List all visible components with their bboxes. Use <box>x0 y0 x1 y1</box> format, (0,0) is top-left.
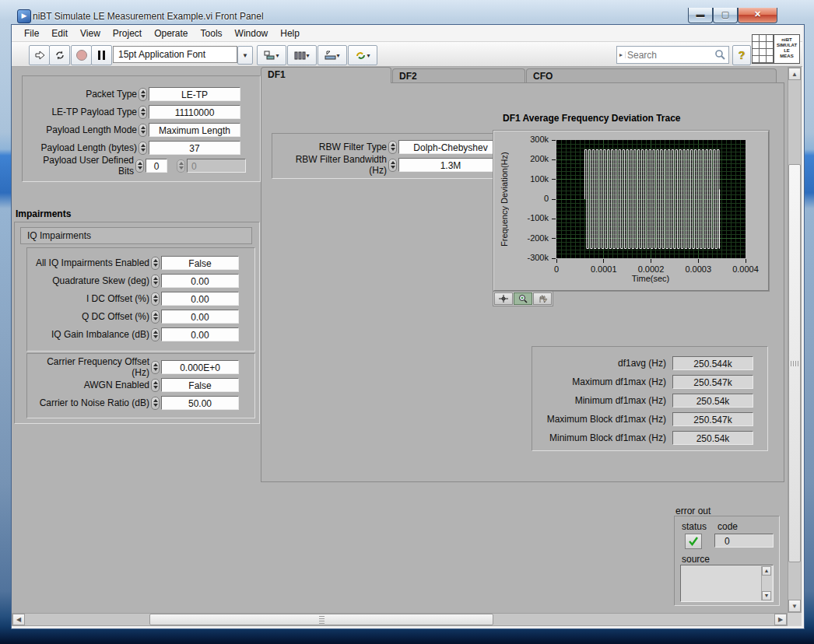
cursor-tool-button[interactable] <box>494 292 513 305</box>
error-code-value: 0 <box>714 534 774 548</box>
chart-plot-area[interactable] <box>556 140 746 258</box>
resize-objects-button[interactable]: ▾ <box>318 45 347 65</box>
spin-up-icon <box>153 313 158 316</box>
spin-down-icon <box>138 166 142 170</box>
rbw-control-value[interactable]: 1.3M <box>398 158 503 172</box>
carrier-impairment-value[interactable]: 50.00 <box>161 396 239 410</box>
increment-decrement-spinner[interactable] <box>151 328 160 341</box>
run-continuously-button[interactable] <box>49 45 70 65</box>
y-tick-label: -200k <box>513 233 549 243</box>
iq-impairment-value[interactable]: 0.00 <box>161 327 239 341</box>
vi-icon[interactable]: niBTSIMULATLEMEAS <box>752 34 800 64</box>
source-scrollbar[interactable]: ▲ ▼ <box>761 566 772 600</box>
menu-item-tools[interactable]: Tools <box>195 26 229 40</box>
minimize-icon: ▬ <box>696 9 705 19</box>
vertical-scrollbar[interactable]: ▲ ▼ <box>788 67 802 613</box>
increment-decrement-spinner[interactable] <box>388 141 397 154</box>
carrier-impairment-value[interactable]: 0.000E+0 <box>161 360 239 374</box>
increment-decrement-spinner[interactable] <box>139 142 147 155</box>
packet-control-label: LE-TP Payload Type <box>25 107 137 117</box>
increment-decrement-spinner[interactable] <box>135 159 144 173</box>
spin-up-icon <box>153 399 158 402</box>
pan-tool-button[interactable] <box>533 292 552 305</box>
y-tick-label: 0 <box>513 194 549 203</box>
tab-cfo[interactable]: CFO <box>526 68 777 82</box>
x-tick-label: 0.0002 <box>631 264 672 274</box>
increment-decrement-spinner[interactable] <box>151 275 160 288</box>
minimize-button[interactable]: ▬ <box>688 8 713 23</box>
menu-item-help[interactable]: Help <box>274 26 306 40</box>
increment-decrement-spinner[interactable] <box>151 397 160 410</box>
menu-item-project[interactable]: Project <box>107 26 148 40</box>
packet-control-label: Payload Length Mode <box>25 124 137 135</box>
increment-decrement-spinner[interactable] <box>151 292 160 306</box>
horizontal-scroll-thumb[interactable] <box>149 614 493 625</box>
scroll-left-button[interactable]: ◀ <box>12 614 25 625</box>
search-icon <box>714 49 726 61</box>
increment-decrement-spinner[interactable] <box>139 88 147 101</box>
scroll-up-icon[interactable]: ▲ <box>762 566 771 576</box>
maximize-button[interactable]: ▢ <box>713 8 738 23</box>
search-input[interactable] <box>626 49 714 61</box>
result-row: Maximum df1max (Hz)250.547k <box>537 374 753 390</box>
spin-down-icon <box>141 113 146 116</box>
increment-decrement-spinner[interactable] <box>139 106 147 119</box>
packet-control-value[interactable]: Maximum Length <box>149 123 240 137</box>
scrollbar-corner <box>788 613 802 626</box>
increment-decrement-spinner[interactable] <box>151 361 160 374</box>
scroll-up-button[interactable]: ▲ <box>788 68 801 80</box>
align-objects-button[interactable]: ▾ <box>257 45 286 65</box>
carrier-impairments-group: Carrier Frequency Offset (Hz)0.000E+0AWG… <box>26 353 255 418</box>
carrier-impairment-row: Carrier to Noise Ratio (dB)50.00 <box>31 395 239 411</box>
increment-decrement-spinner[interactable] <box>139 124 147 137</box>
font-selector-dropdown[interactable]: ▼ <box>237 46 253 65</box>
abort-button[interactable] <box>71 45 92 65</box>
close-button[interactable]: ✕ <box>738 8 777 23</box>
vi-icon-text-line: niBT <box>774 37 799 43</box>
payload-user-bits-value[interactable]: 0 <box>146 159 167 173</box>
search-history-icon[interactable]: ▸ <box>617 51 626 58</box>
packet-control-value[interactable]: LE-TP <box>149 87 240 101</box>
menu-item-view[interactable]: View <box>74 26 107 40</box>
scroll-down-icon[interactable]: ▼ <box>762 591 771 600</box>
context-help-button[interactable]: ? <box>732 45 751 65</box>
iq-impairment-label: Quadrature Skew (deg) <box>31 275 149 286</box>
result-label: Minimum Block df1max (Hz) <box>537 432 666 443</box>
pause-button[interactable] <box>91 45 112 65</box>
error-status-led <box>685 534 702 549</box>
iq-impairment-value[interactable]: 0.00 <box>161 310 239 324</box>
zoom-tool-button[interactable] <box>514 292 532 305</box>
thumb-grip <box>319 616 325 624</box>
distribute-objects-button[interactable]: ▾ <box>287 45 317 65</box>
iq-impairment-row: Q DC Offset (%)0.00 <box>31 309 239 324</box>
scroll-right-button[interactable]: ▶ <box>774 614 787 625</box>
increment-decrement-spinner[interactable] <box>151 310 160 324</box>
rbw-control-value[interactable]: Dolph-Chebyshev <box>398 140 503 154</box>
increment-decrement-spinner[interactable] <box>151 379 160 392</box>
tab-df1[interactable]: DF1 <box>261 67 391 83</box>
packet-control-value[interactable]: 11110000 <box>149 105 240 119</box>
iq-impairment-value[interactable]: 0.00 <box>161 274 239 288</box>
result-value: 250.547k <box>672 375 753 389</box>
menu-item-file[interactable]: File <box>18 26 45 40</box>
increment-decrement-spinner[interactable] <box>151 257 160 270</box>
increment-decrement-spinner[interactable] <box>388 159 397 172</box>
font-selector[interactable]: 15pt Application Font <box>113 46 237 63</box>
iq-impairment-value[interactable]: 0.00 <box>161 292 239 306</box>
packet-control-value[interactable]: 37 <box>149 141 240 155</box>
run-button[interactable] <box>29 45 50 65</box>
iq-impairments-header[interactable]: IQ Impairments <box>20 227 252 244</box>
y-tick-label: -300k <box>513 253 549 262</box>
scroll-down-button[interactable]: ▼ <box>788 600 801 612</box>
tab-df2[interactable]: DF2 <box>392 68 525 82</box>
menu-item-operate[interactable]: Operate <box>148 26 194 40</box>
reorder-objects-button[interactable]: ▾ <box>348 45 377 65</box>
menu-item-edit[interactable]: Edit <box>45 26 74 40</box>
carrier-impairment-value[interactable]: False <box>161 378 239 392</box>
vertical-scroll-thumb[interactable] <box>788 164 801 562</box>
horizontal-scrollbar[interactable]: ◀ ▶ <box>12 613 788 626</box>
packet-control-row: Payload Length (bytes)37 <box>25 140 240 156</box>
menu-item-window[interactable]: Window <box>229 26 275 40</box>
search-box[interactable]: ▸ <box>616 46 729 64</box>
iq-impairment-value[interactable]: False <box>161 256 239 270</box>
